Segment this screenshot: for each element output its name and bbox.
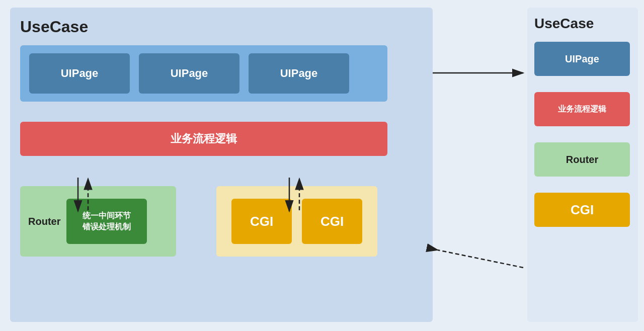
- cgi-box-2: CGI: [302, 199, 362, 244]
- right-usecase-title: UseCase: [534, 16, 631, 32]
- bottom-row: Router 统一中间环节错误处理机制 CGI CGI: [20, 186, 423, 257]
- router-container: Router 统一中间环节错误处理机制: [20, 186, 176, 257]
- uipage-row: UIPage UIPage UIPage: [20, 45, 387, 102]
- uipage-box-3: UIPage: [249, 53, 349, 94]
- right-bizlogic-box: 业务流程逻辑: [534, 92, 630, 126]
- left-usecase-panel: UseCase UIPage UIPage UIPage 业务流程逻辑 Rout…: [10, 8, 433, 322]
- left-usecase-title: UseCase: [20, 18, 423, 36]
- cgi-box-1: CGI: [231, 199, 292, 244]
- right-usecase-panel: UseCase UIPage 业务流程逻辑 Router CGI: [527, 8, 638, 322]
- cgi-container: CGI CGI: [216, 186, 377, 257]
- right-uipage-box: UIPage: [534, 42, 630, 76]
- router-label: Router: [28, 216, 60, 227]
- arrow-right-cgi-to-left: [438, 250, 523, 268]
- middleware-box: 统一中间环节错误处理机制: [66, 199, 147, 244]
- uipage-box-2: UIPage: [139, 53, 239, 94]
- right-cgi-box: CGI: [534, 193, 630, 227]
- right-router-box: Router: [534, 142, 630, 177]
- uipage-box-1: UIPage: [29, 53, 130, 94]
- bizlogic-box: 业务流程逻辑: [20, 122, 387, 156]
